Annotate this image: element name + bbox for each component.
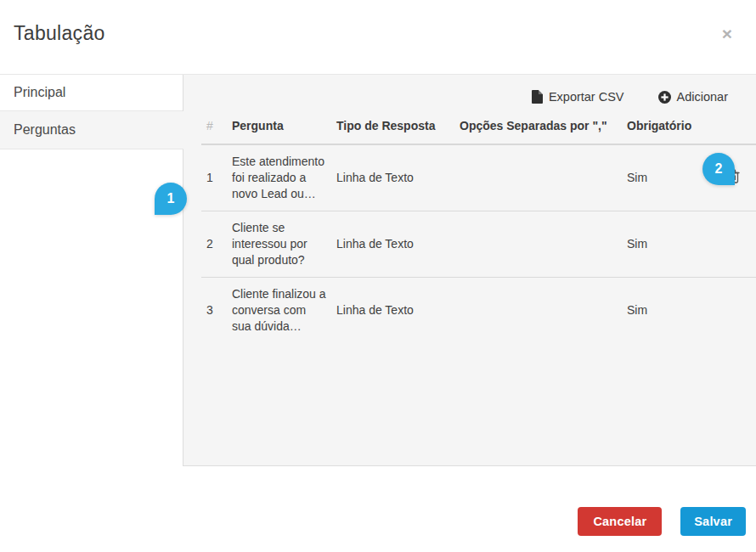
table-row: 3 Cliente finalizou a conversa com sua d… (201, 278, 756, 344)
response-type-cell: Linha de Texto (331, 278, 454, 344)
cancel-button[interactable]: Cancelar (578, 507, 662, 536)
header-actions (711, 107, 756, 144)
modal-footer: Cancelar Salvar (0, 466, 756, 536)
tab-content-perguntas: Exportar CSV Adicionar (183, 75, 756, 466)
modal-header: Tabulação × (0, 0, 756, 75)
response-type-cell: Linha de Texto (331, 144, 454, 211)
close-icon[interactable]: × (722, 25, 732, 42)
row-number: 2 (201, 211, 227, 278)
options-cell (454, 278, 622, 344)
table-header-row: # Pergunta Tipo de Resposta Opções Separ… (201, 107, 756, 144)
header-obrigatorio: Obrigatório (622, 107, 711, 144)
actions-cell (711, 278, 756, 344)
tab-list: Principal Perguntas (0, 75, 183, 466)
table-toolbar: Exportar CSV Adicionar (183, 87, 756, 107)
header-number: # (201, 107, 227, 144)
plus-circle-icon (658, 91, 671, 104)
tab-principal[interactable]: Principal (0, 75, 183, 111)
header-opcoes: Opções Separadas por "," (454, 107, 622, 144)
header-tipo-resposta: Tipo de Resposta (331, 107, 454, 144)
table-row: 2 Cliente se interessou por qual produto… (201, 211, 756, 278)
row-number: 3 (201, 278, 227, 344)
tour-badge-1[interactable]: 1 (155, 183, 187, 215)
tab-perguntas[interactable]: Perguntas (0, 111, 183, 149)
tour-badge-2[interactable]: 2 (702, 153, 735, 185)
export-csv-button[interactable]: Exportar CSV (532, 90, 624, 104)
response-type-cell: Linha de Texto (331, 211, 454, 278)
required-cell: Sim (622, 211, 711, 278)
options-cell (454, 211, 622, 278)
question-cell: Este atendimento foi realizado a novo Le… (227, 144, 331, 211)
table-row: 1 Este atendimento foi realizado a novo … (201, 144, 756, 211)
export-csv-label: Exportar CSV (549, 90, 624, 104)
required-cell: Sim (622, 278, 711, 344)
modal-body: Principal Perguntas Exportar CSV (0, 75, 756, 466)
row-number: 1 (201, 144, 227, 211)
actions-cell (711, 211, 756, 278)
questions-table: # Pergunta Tipo de Resposta Opções Separ… (201, 107, 756, 343)
question-cell: Cliente finalizou a conversa com sua dúv… (227, 278, 331, 344)
header-pergunta: Pergunta (227, 107, 331, 144)
question-cell: Cliente se interessou por qual produto? (227, 211, 331, 278)
tabulacao-modal: Tabulação × Principal Perguntas Exportar… (0, 0, 756, 552)
adicionar-label: Adicionar (677, 90, 728, 104)
required-cell: Sim (622, 144, 711, 211)
options-cell (454, 144, 622, 211)
page-title: Tabulação (14, 22, 105, 45)
file-icon (532, 90, 543, 104)
save-button[interactable]: Salvar (680, 507, 746, 536)
adicionar-button[interactable]: Adicionar (658, 90, 728, 104)
